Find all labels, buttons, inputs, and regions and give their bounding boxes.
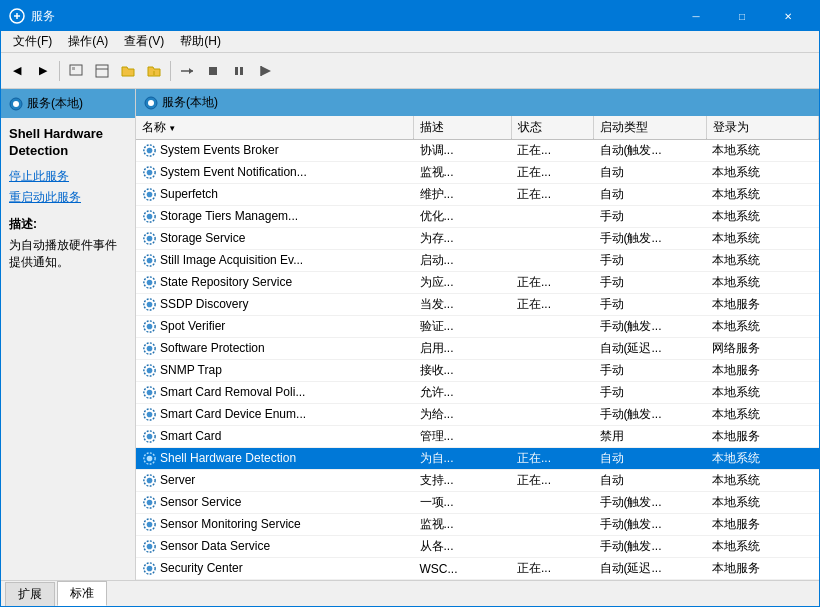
- table-row[interactable]: State Repository Service为应...正在...手动本地系统: [136, 272, 819, 294]
- service-startup-cell: 手动(触发...: [594, 514, 707, 536]
- folder-button[interactable]: [116, 59, 140, 83]
- table-row[interactable]: Smart Card管理...禁用本地服务: [136, 426, 819, 448]
- menu-help[interactable]: 帮助(H): [172, 31, 229, 52]
- maximize-button[interactable]: □: [719, 1, 765, 31]
- menu-file[interactable]: 文件(F): [5, 31, 60, 52]
- tab-extend[interactable]: 扩展: [5, 582, 55, 606]
- menu-view[interactable]: 查看(V): [116, 31, 172, 52]
- service-icon: [142, 407, 160, 421]
- table-row[interactable]: Security CenterWSC...正在...自动(延迟...本地服务: [136, 558, 819, 580]
- table-row[interactable]: Shell Hardware Detection为自...正在...自动本地系统: [136, 448, 819, 470]
- service-desc-cell: 当发...: [414, 294, 512, 316]
- service-status-cell: [511, 382, 594, 404]
- table-row[interactable]: SNMP Trap接收...手动本地服务: [136, 360, 819, 382]
- col-header-name[interactable]: 名称: [136, 116, 414, 140]
- service-name-cell: SNMP Trap: [136, 360, 414, 382]
- service-login-cell: 本地系统: [706, 250, 819, 272]
- left-panel-header[interactable]: 服务(本地): [1, 89, 135, 118]
- svg-point-30: [147, 302, 153, 308]
- service-name-cell: Smart Card: [136, 426, 414, 448]
- window-title: 服务: [31, 8, 673, 25]
- back-button[interactable]: ◀: [5, 59, 29, 83]
- play-button[interactable]: [253, 59, 277, 83]
- up-button[interactable]: [64, 59, 88, 83]
- desc-label: 描述:: [9, 216, 127, 233]
- svg-point-54: [147, 566, 153, 572]
- restart-service-link[interactable]: 重启动此服务: [9, 189, 127, 206]
- service-icon: [142, 209, 160, 223]
- table-row[interactable]: Sensor Monitoring Service监视...手动(触发...本地…: [136, 514, 819, 536]
- menu-action[interactable]: 操作(A): [60, 31, 116, 52]
- svg-rect-1: [70, 65, 82, 75]
- services-table-container[interactable]: 名称 描述 状态 启动类型 登录为 System Events Broker协调…: [136, 116, 819, 580]
- table-row[interactable]: Storage Tiers Managem...优化...手动本地系统: [136, 206, 819, 228]
- table-row[interactable]: Still Image Acquisition Ev...启动...手动本地系统: [136, 250, 819, 272]
- table-row[interactable]: Sensor Data Service从各...手动(触发...本地系统: [136, 536, 819, 558]
- service-status-cell: 正在...: [511, 139, 594, 162]
- service-name-cell: Sensor Data Service: [136, 536, 414, 558]
- table-body: System Events Broker协调...正在...自动(触发...本地…: [136, 139, 819, 580]
- service-startup-cell: 手动(触发...: [594, 316, 707, 338]
- service-status-cell: [511, 426, 594, 448]
- service-icon: [142, 253, 160, 267]
- service-name-cell: Smart Card Removal Poli...: [136, 382, 414, 404]
- table-row[interactable]: System Event Notification...监视...正在...自动…: [136, 162, 819, 184]
- forward-button[interactable]: ▶: [31, 59, 55, 83]
- service-icon: [142, 561, 160, 575]
- pause-button[interactable]: [227, 59, 251, 83]
- service-icon: [142, 495, 160, 509]
- table-row[interactable]: Storage Service为存...手动(触发...本地系统: [136, 228, 819, 250]
- stop-button[interactable]: [201, 59, 225, 83]
- title-bar: 服务 ─ □ ✕: [1, 1, 819, 31]
- connect-button[interactable]: [175, 59, 199, 83]
- service-status-cell: [511, 492, 594, 514]
- svg-point-50: [147, 522, 153, 528]
- service-name-cell: Security Center: [136, 558, 414, 580]
- service-icon: [142, 165, 160, 179]
- table-row[interactable]: Software Protection启用...自动(延迟...网络服务: [136, 338, 819, 360]
- service-status-cell: 正在...: [511, 470, 594, 492]
- right-panel-header-text: 服务(本地): [162, 94, 218, 111]
- svg-rect-3: [96, 65, 108, 77]
- stop-service-link[interactable]: 停止此服务: [9, 168, 127, 185]
- tab-standard[interactable]: 标准: [57, 581, 107, 606]
- col-header-status[interactable]: 状态: [511, 116, 594, 140]
- svg-point-36: [147, 368, 153, 374]
- svg-point-13: [13, 101, 19, 107]
- service-startup-cell: 自动: [594, 184, 707, 206]
- minimize-button[interactable]: ─: [673, 1, 719, 31]
- right-panel-icon: [144, 96, 158, 110]
- service-desc-cell: 为应...: [414, 272, 512, 294]
- service-desc-cell: 一项...: [414, 492, 512, 514]
- table-row[interactable]: Sensor Service一项...手动(触发...本地系统: [136, 492, 819, 514]
- table-row[interactable]: Spot Verifier验证...手动(触发...本地系统: [136, 316, 819, 338]
- service-desc-cell: 允许...: [414, 382, 512, 404]
- col-header-login[interactable]: 登录为: [706, 116, 819, 140]
- service-status-cell: 正在...: [511, 294, 594, 316]
- table-row[interactable]: Smart Card Removal Poli...允许...手动本地系统: [136, 382, 819, 404]
- service-name-cell: Still Image Acquisition Ev...: [136, 250, 414, 272]
- table-row[interactable]: Smart Card Device Enum...为给...手动(触发...本地…: [136, 404, 819, 426]
- toolbar: ◀ ▶: [1, 53, 819, 89]
- services-icon: [9, 97, 23, 111]
- col-header-desc[interactable]: 描述: [414, 116, 512, 140]
- service-startup-cell: 手动: [594, 382, 707, 404]
- service-icon: [142, 429, 160, 443]
- service-login-cell: 本地服务: [706, 514, 819, 536]
- col-header-startup[interactable]: 启动类型: [594, 116, 707, 140]
- folder2-button[interactable]: [142, 59, 166, 83]
- show-hide-button[interactable]: [90, 59, 114, 83]
- close-button[interactable]: ✕: [765, 1, 811, 31]
- svg-point-34: [147, 346, 153, 352]
- desc-text: 为自动播放硬件事件提供通知。: [9, 237, 127, 271]
- service-desc-cell: 验证...: [414, 316, 512, 338]
- table-row[interactable]: Superfetch维护...正在...自动本地系统: [136, 184, 819, 206]
- table-row[interactable]: System Events Broker协调...正在...自动(触发...本地…: [136, 139, 819, 162]
- svg-point-24: [147, 236, 153, 242]
- service-icon: [142, 517, 160, 531]
- selected-service-name: Shell Hardware Detection: [9, 126, 127, 160]
- service-status-cell: [511, 360, 594, 382]
- table-row[interactable]: Server支持...正在...自动本地系统: [136, 470, 819, 492]
- table-header: 名称 描述 状态 启动类型 登录为: [136, 116, 819, 139]
- table-row[interactable]: SSDP Discovery当发...正在...手动本地服务: [136, 294, 819, 316]
